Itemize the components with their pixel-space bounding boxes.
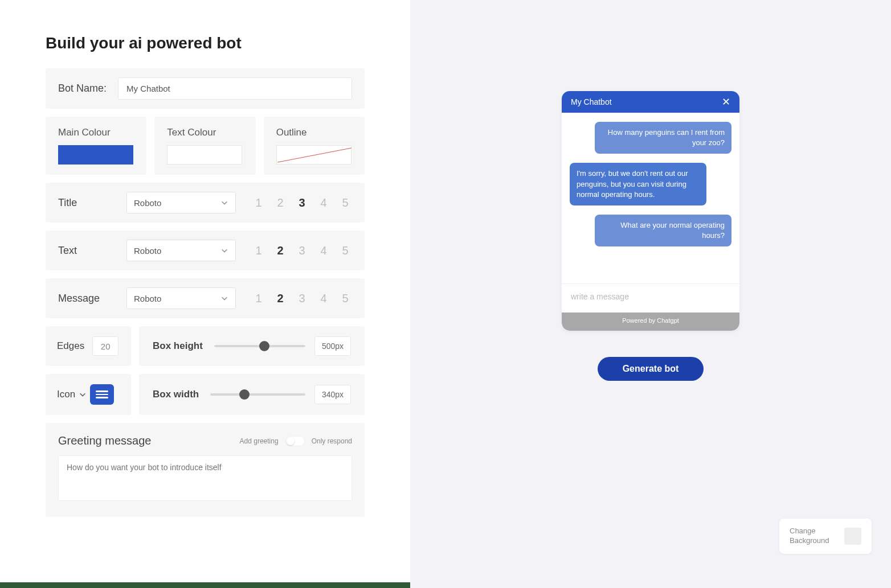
- text-colour-card: Text Colour: [154, 117, 255, 175]
- chat-footer: Powered by Chatgpt: [562, 312, 739, 331]
- font-message-label: Message: [58, 293, 115, 305]
- size-option[interactable]: 3: [296, 244, 308, 257]
- size-option[interactable]: 4: [318, 292, 329, 305]
- size-option[interactable]: 2: [275, 292, 286, 305]
- box-height-label: Box height: [153, 340, 203, 352]
- font-title-dropdown[interactable]: Roboto: [126, 192, 236, 213]
- generate-bot-button[interactable]: Generate bot: [598, 357, 704, 381]
- icon-label: Icon: [57, 389, 75, 400]
- chat-header-title: My Chatbot: [571, 97, 612, 106]
- size-option[interactable]: 5: [340, 244, 351, 257]
- chevron-down-icon: [220, 199, 228, 207]
- size-option[interactable]: 2: [275, 196, 286, 209]
- size-option[interactable]: 5: [340, 292, 351, 305]
- box-height-slider[interactable]: [214, 340, 305, 352]
- size-option[interactable]: 4: [318, 196, 329, 209]
- bottom-accent-bar: [0, 582, 410, 588]
- box-width-card: Box width 340px: [139, 374, 365, 415]
- font-text-label: Text: [58, 245, 115, 257]
- text-colour-label: Text Colour: [167, 127, 216, 138]
- font-title-value: Roboto: [134, 198, 161, 208]
- chat-header: My Chatbot ✕: [562, 91, 739, 113]
- box-width-label: Box width: [153, 389, 199, 400]
- bot-name-input[interactable]: [118, 77, 352, 100]
- chat-message-bot: I'm sorry, but we don't rent out our pen…: [570, 163, 706, 205]
- greeting-title: Greeting message: [58, 434, 151, 447]
- size-option[interactable]: 4: [318, 244, 329, 257]
- chevron-down-icon: [220, 246, 228, 254]
- chat-input[interactable]: write a message: [562, 283, 739, 312]
- font-message-dropdown[interactable]: Roboto: [126, 287, 236, 309]
- size-option[interactable]: 5: [340, 196, 351, 209]
- edges-input[interactable]: [92, 336, 118, 356]
- chevron-down-icon: [220, 294, 228, 302]
- outline-colour-card: Outline: [264, 117, 365, 175]
- change-background-card[interactable]: Change Background: [779, 519, 872, 554]
- chat-message-user: How many penguins can I rent from your z…: [595, 122, 731, 154]
- size-option[interactable]: 3: [296, 196, 308, 209]
- size-option[interactable]: 1: [253, 196, 264, 209]
- box-height-card: Box height 500px: [139, 326, 365, 366]
- font-title-sizes: 1 2 3 4 5: [253, 196, 351, 209]
- text-colour-swatch[interactable]: [167, 145, 242, 165]
- size-option[interactable]: 2: [275, 244, 286, 257]
- box-width-value: 340px: [314, 385, 351, 404]
- font-text-sizes: 1 2 3 4 5: [253, 244, 351, 257]
- background-swatch[interactable]: [844, 528, 861, 545]
- chat-icon[interactable]: [90, 384, 114, 405]
- font-text-row: Text Roboto 1 2 3 4 5: [46, 231, 365, 270]
- size-option[interactable]: 1: [253, 292, 264, 305]
- size-option[interactable]: 1: [253, 244, 264, 257]
- outline-colour-swatch[interactable]: [276, 145, 352, 165]
- font-text-dropdown[interactable]: Roboto: [126, 240, 236, 261]
- greeting-textarea[interactable]: [58, 455, 352, 501]
- chevron-down-icon[interactable]: [79, 390, 87, 398]
- add-greeting-label: Add greeting: [240, 437, 279, 445]
- font-title-label: Title: [58, 197, 115, 209]
- main-colour-label: Main Colour: [58, 127, 111, 138]
- font-message-value: Roboto: [134, 294, 161, 303]
- chat-message-user: What are your normal operating hours?: [595, 215, 731, 246]
- greeting-card: Greeting message Add greeting Only respo…: [46, 423, 365, 517]
- font-text-value: Roboto: [134, 246, 161, 256]
- greeting-toggle[interactable]: [285, 436, 305, 446]
- page-title: Build your ai powered bot: [46, 34, 365, 52]
- only-respond-label: Only respond: [312, 437, 352, 445]
- edges-label: Edges: [57, 340, 84, 352]
- size-option[interactable]: 3: [296, 292, 308, 305]
- box-width-slider[interactable]: [210, 389, 305, 400]
- font-message-row: Message Roboto 1 2 3 4 5: [46, 278, 365, 318]
- edges-card: Edges: [46, 326, 131, 366]
- box-height-value: 500px: [314, 336, 351, 356]
- bot-name-label: Bot Name:: [58, 83, 107, 94]
- chat-preview: My Chatbot ✕ How many penguins can I ren…: [562, 91, 739, 331]
- outline-colour-label: Outline: [276, 127, 307, 138]
- font-title-row: Title Roboto 1 2 3 4 5: [46, 183, 365, 223]
- font-message-sizes: 1 2 3 4 5: [253, 292, 351, 305]
- main-colour-swatch[interactable]: [58, 145, 133, 165]
- change-background-label: Change Background: [790, 527, 835, 546]
- bot-name-row: Bot Name:: [46, 68, 365, 109]
- main-colour-card: Main Colour: [46, 117, 146, 175]
- icon-card: Icon: [46, 374, 131, 415]
- close-icon[interactable]: ✕: [722, 97, 730, 107]
